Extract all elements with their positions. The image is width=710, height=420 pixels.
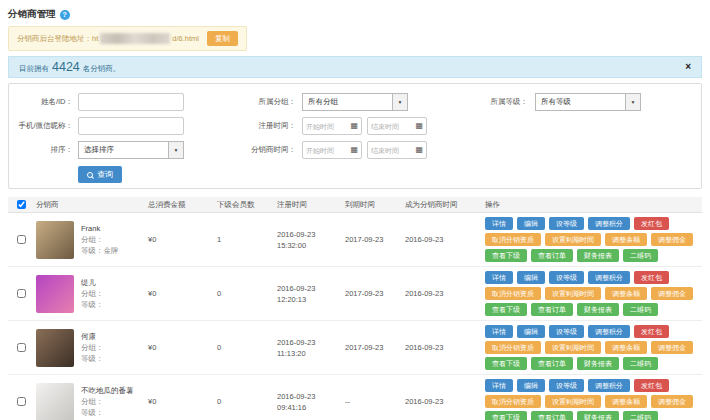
row-level: 等级： <box>81 299 104 310</box>
became-distributor-time: 2016-09-23 <box>405 397 485 406</box>
set-level-button[interactable]: 设等级 <box>549 379 584 392</box>
view-subordinates-button[interactable]: 查看下级 <box>485 249 527 262</box>
set-expire-time-button[interactable]: 设置到期时间 <box>545 287 601 300</box>
cancel-qualification-button[interactable]: 取消分销资质 <box>485 233 541 246</box>
row-checkbox[interactable] <box>17 289 26 298</box>
detail-button[interactable]: 详情 <box>485 379 513 392</box>
set-expire-time-button[interactable]: 设置到期时间 <box>545 341 601 354</box>
adjust-balance-button[interactable]: 调整余额 <box>605 395 647 408</box>
edit-button[interactable]: 编辑 <box>517 217 545 230</box>
table-row: 何康 分组： 等级： ¥0 0 2016-09-23 11:13:20 2017… <box>8 321 702 375</box>
sub-member-count: 1 <box>217 235 277 244</box>
name-id-input[interactable] <box>78 93 184 111</box>
blurred-url <box>100 33 170 44</box>
row-checkbox[interactable] <box>17 397 26 406</box>
send-redpacket-button[interactable]: 发红包 <box>634 217 669 230</box>
qrcode-button[interactable]: 二维码 <box>623 303 658 316</box>
finance-report-button[interactable]: 财务报表 <box>577 411 619 420</box>
adjust-balance-button[interactable]: 调整余额 <box>605 341 647 354</box>
distributor-end-date[interactable]: ▦ <box>367 141 427 159</box>
distributor-count-text: 目前拥有4424名分销商。 <box>19 60 120 74</box>
view-subordinates-button[interactable]: 查看下级 <box>485 303 527 316</box>
distributor-name: 缇儿 <box>81 277 104 288</box>
row-group: 分组： <box>81 342 104 353</box>
search-button[interactable]: 查询 <box>78 166 122 183</box>
row-group: 分组： <box>81 288 104 299</box>
send-redpacket-button[interactable]: 发红包 <box>634 379 669 392</box>
adjust-points-button[interactable]: 调整积分 <box>588 379 630 392</box>
cancel-qualification-button[interactable]: 取消分销资质 <box>485 341 541 354</box>
detail-button[interactable]: 详情 <box>485 325 513 338</box>
help-icon[interactable]: ? <box>60 10 70 20</box>
phone-input[interactable] <box>78 117 184 135</box>
adjust-balance-button[interactable]: 调整余额 <box>605 233 647 246</box>
qrcode-button[interactable]: 二维码 <box>623 249 658 262</box>
adjust-points-button[interactable]: 调整积分 <box>588 217 630 230</box>
view-subordinates-button[interactable]: 查看下级 <box>485 411 527 420</box>
total-spend: ¥0 <box>148 289 217 298</box>
register-time: 2016-09-23 11:13:20 <box>277 337 345 359</box>
calendar-icon: ▦ <box>415 122 423 130</box>
row-checkbox[interactable] <box>17 343 26 352</box>
adjust-commission-button[interactable]: 调整佣金 <box>651 233 693 246</box>
avatar <box>36 275 74 313</box>
sort-select[interactable]: 选择排序 ▼ <box>78 141 184 159</box>
view-orders-button[interactable]: 查看订单 <box>531 303 573 316</box>
calendar-icon: ▦ <box>350 122 358 130</box>
register-time: 2016-09-23 12:20:13 <box>277 283 345 305</box>
edit-button[interactable]: 编辑 <box>517 325 545 338</box>
avatar <box>36 329 74 367</box>
detail-button[interactable]: 详情 <box>485 271 513 284</box>
select-all-checkbox[interactable] <box>17 200 26 209</box>
group-label: 所属分组： <box>184 97 296 107</box>
copy-button[interactable]: 复制 <box>207 31 238 46</box>
adjust-commission-button[interactable]: 调整佣金 <box>651 287 693 300</box>
finance-report-button[interactable]: 财务报表 <box>577 249 619 262</box>
send-redpacket-button[interactable]: 发红包 <box>634 271 669 284</box>
page-title: 分销商管理 <box>8 8 56 21</box>
distributor-start-date[interactable]: ▦ <box>302 141 362 159</box>
register-start-date[interactable]: ▦ <box>302 117 362 135</box>
page: 分销商管理 ? 分销商后台登陆地址： ht d/6.html 复制 目前拥有44… <box>0 0 710 420</box>
avatar <box>36 221 74 259</box>
set-level-button[interactable]: 设等级 <box>549 271 584 284</box>
qrcode-button[interactable]: 二维码 <box>623 411 658 420</box>
distributor-name: 何康 <box>81 331 104 342</box>
expire-time: 2017-09-23 <box>345 235 405 244</box>
adjust-commission-button[interactable]: 调整佣金 <box>651 341 693 354</box>
view-orders-button[interactable]: 查看订单 <box>531 357 573 370</box>
calendar-icon: ▦ <box>415 146 423 154</box>
qrcode-button[interactable]: 二维码 <box>623 357 658 370</box>
send-redpacket-button[interactable]: 发红包 <box>634 325 669 338</box>
adjust-balance-button[interactable]: 调整余额 <box>605 287 647 300</box>
finance-report-button[interactable]: 财务报表 <box>577 303 619 316</box>
calendar-icon: ▦ <box>350 146 358 154</box>
url-suffix: d/6.html <box>172 34 199 43</box>
total-spend: ¥0 <box>148 343 217 352</box>
adjust-commission-button[interactable]: 调整佣金 <box>651 395 693 408</box>
chevron-down-icon: ▼ <box>392 94 407 110</box>
detail-button[interactable]: 详情 <box>485 217 513 230</box>
group-select[interactable]: 所有分组 ▼ <box>302 93 408 111</box>
close-icon[interactable]: × <box>685 62 691 72</box>
set-expire-time-button[interactable]: 设置到期时间 <box>545 395 601 408</box>
view-orders-button[interactable]: 查看订单 <box>531 411 573 420</box>
edit-button[interactable]: 编辑 <box>517 379 545 392</box>
adjust-points-button[interactable]: 调整积分 <box>588 271 630 284</box>
register-end-date[interactable]: ▦ <box>367 117 427 135</box>
set-expire-time-button[interactable]: 设置到期时间 <box>545 233 601 246</box>
finance-report-button[interactable]: 财务报表 <box>577 357 619 370</box>
url-prefix: ht <box>92 34 98 43</box>
cancel-qualification-button[interactable]: 取消分销资质 <box>485 287 541 300</box>
level-select[interactable]: 所有等级 ▼ <box>535 93 641 111</box>
edit-button[interactable]: 编辑 <box>517 271 545 284</box>
login-url-notice: 分销商后台登陆地址： ht d/6.html 复制 <box>8 26 247 51</box>
table-header: 分销商 总消费金额 下级会员数 注册时间 到期时间 成为分销商时间 操作 <box>8 197 702 213</box>
view-orders-button[interactable]: 查看订单 <box>531 249 573 262</box>
cancel-qualification-button[interactable]: 取消分销资质 <box>485 395 541 408</box>
row-checkbox[interactable] <box>17 235 26 244</box>
adjust-points-button[interactable]: 调整积分 <box>588 325 630 338</box>
set-level-button[interactable]: 设等级 <box>549 325 584 338</box>
view-subordinates-button[interactable]: 查看下级 <box>485 357 527 370</box>
set-level-button[interactable]: 设等级 <box>549 217 584 230</box>
